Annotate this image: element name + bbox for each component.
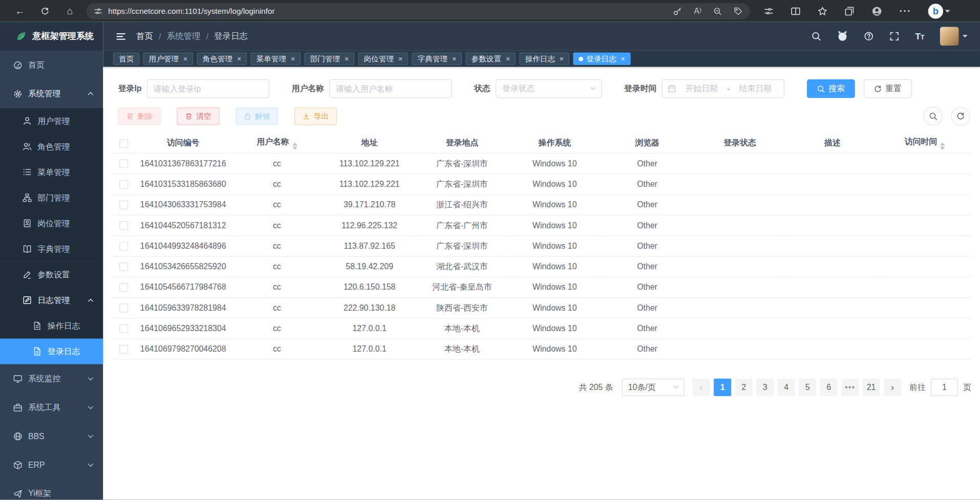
github-icon[interactable] — [837, 31, 848, 42]
sidebar-item[interactable]: 操作日志 — [0, 313, 103, 339]
avatar[interactable] — [940, 27, 959, 46]
zoom-out-icon[interactable] — [713, 7, 722, 15]
sidebar-item[interactable]: 菜单管理 — [0, 159, 103, 185]
date-range-picker[interactable]: 开始日期 - 结束日期 — [662, 79, 784, 98]
shopping-tag-icon[interactable] — [734, 7, 742, 15]
extensions-puzzle-icon[interactable] — [764, 6, 774, 16]
page-button[interactable]: 6 — [820, 378, 838, 396]
sidebar-item[interactable]: 字典管理 — [0, 236, 103, 262]
tab[interactable]: 字典管理 × — [412, 53, 462, 65]
delete-button[interactable]: 删除 — [118, 107, 161, 125]
status-filter-select[interactable]: 登录状态 — [495, 79, 602, 98]
close-icon[interactable]: × — [291, 55, 295, 62]
end-date-placeholder[interactable]: 结束日期 — [732, 83, 778, 94]
start-date-placeholder[interactable]: 开始日期 — [678, 83, 725, 94]
row-checkbox[interactable] — [119, 160, 128, 168]
close-icon[interactable]: × — [183, 55, 188, 62]
column-header[interactable]: 登录状态 — [693, 133, 786, 153]
close-icon[interactable]: × — [621, 55, 625, 62]
url-text[interactable]: https://ccnetcore.com:1101/system/log/lo… — [108, 7, 668, 15]
page-button[interactable]: 2 — [735, 378, 752, 396]
hamburger-icon[interactable] — [116, 31, 126, 41]
sidebar-item[interactable]: 系统管理 — [0, 79, 103, 108]
page-size-select[interactable]: 10条/页 — [622, 378, 685, 396]
page-button[interactable]: 1 — [714, 378, 731, 396]
tab[interactable]: 角色管理 × — [197, 53, 247, 65]
show-search-button[interactable] — [924, 107, 943, 126]
row-checkbox[interactable] — [119, 201, 128, 209]
sidebar-item[interactable]: 系统监控 — [0, 364, 103, 393]
sidebar-item[interactable]: 首页 — [0, 51, 103, 79]
column-header[interactable]: 浏览器 — [601, 133, 694, 153]
browser-back-icon[interactable]: ← — [8, 5, 33, 16]
sidebar-item[interactable]: 用户管理 — [0, 108, 103, 134]
column-header[interactable]: 用户名称 — [230, 133, 323, 153]
split-screen-icon[interactable] — [791, 6, 801, 16]
sidebar-item[interactable]: 角色管理 — [0, 134, 103, 159]
refresh-table-button[interactable] — [951, 107, 970, 126]
close-icon[interactable]: × — [452, 55, 457, 62]
read-aloud-icon[interactable]: A) — [694, 6, 701, 15]
reset-button[interactable]: 重置 — [863, 79, 911, 98]
sidebar-item[interactable]: Yi框架 — [0, 479, 103, 499]
sidebar-item[interactable]: 部门管理 — [0, 185, 103, 210]
row-checkbox[interactable] — [119, 263, 128, 271]
page-button[interactable]: 5 — [799, 378, 816, 396]
site-permissions-icon[interactable] — [94, 7, 102, 15]
goto-page-input[interactable] — [931, 378, 958, 396]
tab[interactable]: 岗位管理 × — [358, 53, 409, 65]
tab[interactable]: 参数设置 × — [466, 53, 516, 65]
sidebar-item[interactable]: BBS — [0, 422, 103, 450]
tab[interactable]: 登录日志 × — [573, 53, 630, 65]
close-icon[interactable]: × — [560, 55, 564, 62]
column-header[interactable]: 登录地点 — [416, 133, 508, 153]
row-checkbox[interactable] — [119, 283, 128, 292]
address-bar[interactable]: https://ccnetcore.com:1101/system/log/lo… — [86, 3, 750, 19]
select-all-checkbox[interactable] — [119, 139, 128, 148]
sort-icon[interactable] — [292, 142, 297, 150]
row-checkbox[interactable] — [119, 324, 128, 333]
close-icon[interactable]: × — [237, 55, 242, 62]
export-button[interactable]: 导出 — [294, 107, 337, 125]
row-checkbox[interactable] — [119, 345, 128, 354]
close-icon[interactable]: × — [345, 55, 349, 62]
sidebar-item[interactable]: 岗位管理 — [0, 210, 103, 236]
page-button[interactable]: 4 — [778, 378, 795, 396]
column-header[interactable]: 访问编号 — [136, 133, 231, 153]
sidebar-item[interactable]: ERP — [0, 450, 103, 479]
sidebar-item[interactable]: 登录日志 — [0, 339, 103, 364]
row-checkbox[interactable] — [119, 304, 128, 313]
collections-icon[interactable] — [844, 6, 855, 16]
password-key-icon[interactable] — [673, 7, 682, 15]
tab[interactable]: 用户管理 × — [143, 53, 194, 65]
row-checkbox[interactable] — [119, 221, 128, 230]
prev-page-button[interactable]: ‹ — [692, 378, 710, 396]
close-icon[interactable]: × — [506, 55, 510, 62]
header-search-icon[interactable] — [812, 31, 822, 41]
next-page-button[interactable]: › — [884, 378, 901, 396]
sidebar-item[interactable]: 参数设置 — [0, 262, 103, 287]
tab[interactable]: 部门管理 × — [305, 53, 355, 65]
search-button[interactable]: 搜索 — [806, 79, 855, 98]
sidebar-item[interactable]: 日志管理 — [0, 288, 103, 313]
favorites-star-icon[interactable] — [818, 6, 828, 16]
help-icon[interactable] — [864, 31, 874, 41]
column-header[interactable]: 地址 — [323, 133, 416, 153]
close-icon[interactable]: × — [398, 55, 403, 62]
tab[interactable]: 首页 — [113, 53, 139, 65]
column-header[interactable]: 访问时间 — [879, 133, 971, 153]
row-checkbox[interactable] — [119, 242, 128, 251]
fullscreen-icon[interactable] — [889, 31, 900, 41]
sidebar-item[interactable]: 系统工具 — [0, 393, 103, 422]
page-button[interactable]: 3 — [756, 378, 774, 396]
unlock-button[interactable]: 解锁 — [236, 107, 278, 125]
column-header[interactable]: 描述 — [786, 133, 879, 153]
bing-icon[interactable]: b — [928, 4, 943, 18]
username-filter-input[interactable] — [329, 79, 452, 98]
page-button[interactable]: ••• — [841, 378, 859, 396]
sort-icon[interactable] — [940, 142, 945, 150]
page-button[interactable]: 21 — [863, 378, 880, 396]
breadcrumb-home[interactable]: 首页 — [136, 31, 153, 42]
font-size-icon[interactable]: TT — [915, 31, 924, 41]
user-menu[interactable] — [940, 27, 968, 46]
